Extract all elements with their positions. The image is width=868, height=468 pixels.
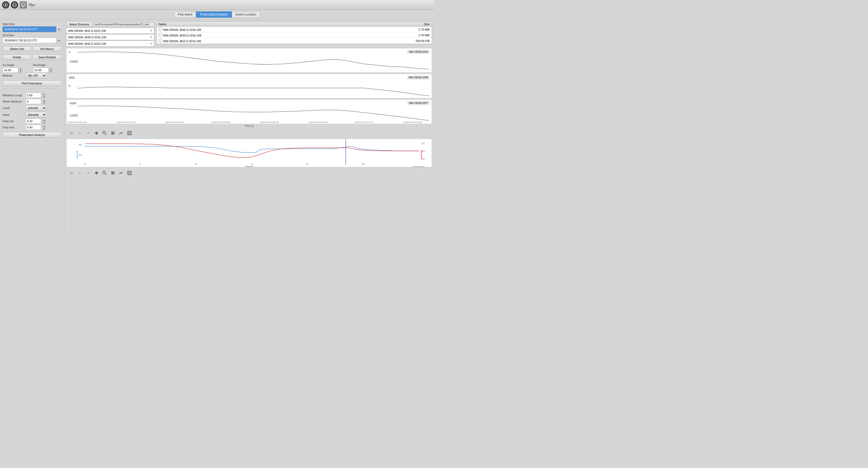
file-remove-0[interactable]: ✕ [150,29,153,33]
tab-pick-event[interactable]: Pick event [174,11,196,18]
line-btn-1[interactable] [118,129,125,137]
waveform-icon[interactable] [29,1,36,8]
inc-angle-down[interactable]: ▼ [19,70,22,73]
value-select[interactable]: planarity rectilinearity azimuth [26,112,46,118]
start-time-stepper[interactable]: ▼ [57,26,61,32]
svg-text:−5000: −5000 [69,102,76,105]
nv-down[interactable]: ▼ [42,101,46,104]
save-rotated-button[interactable]: Save Rotated [33,55,62,60]
station-info-button[interactable]: Station Info [3,46,32,52]
zoom-btn-1[interactable] [101,129,108,137]
start-time-section: Start time ▼ [3,23,61,32]
svg-text:planarity: planarity [420,150,423,159]
fmin-up[interactable]: ▲ [42,119,46,121]
file-row-size-2: 504.00 KiB [355,38,432,44]
svg-text:16/04/17/00:10:09.984: 16/04/17/00:10:09.984 [309,121,328,123]
tab-polarization-analysis[interactable]: PolarizationAnalysis [196,11,231,18]
svg-rect-58 [128,171,130,173]
forward-btn-2[interactable]: → [85,169,92,177]
freq-max-stepper[interactable]: ▲ ▼ [42,125,46,130]
method-label: Method [3,74,25,77]
svg-rect-31 [128,131,130,132]
file-checkbox-0[interactable] [159,27,162,31]
fmin-down[interactable]: ▼ [42,121,46,124]
rot-macro-button[interactable]: Rot Macro [33,46,62,52]
wl-down[interactable]: ▼ [42,95,46,98]
inc-angle-input[interactable] [3,68,18,73]
svg-rect-5 [22,3,25,6]
back-btn-1[interactable]: ← [76,129,83,137]
waveform-label-bhz: WM.OBS06.BHZ [407,50,430,54]
save-btn-2[interactable] [126,169,133,177]
end-time-input[interactable] [3,37,56,43]
wl-up[interactable]: ▲ [42,93,46,95]
method-select[interactable]: NE->RT RT->NE ZNE->LQT [26,73,46,79]
end-time-row: ▼ [3,37,61,43]
polarization-analysis-button[interactable]: Polarization Analysis [3,132,61,138]
noise-variance-input[interactable] [26,99,41,104]
top-toolbar [0,0,434,10]
rot-angle-input[interactable] [33,68,49,73]
rot-angle-stepper[interactable]: ▲ ▼ [49,68,53,73]
rotate-button[interactable]: Rotate [3,55,32,60]
file-table: Name Size WM.OBS06..BHE.D.2016.108 2.79 … [156,22,432,44]
fmax-down[interactable]: ▼ [42,127,46,130]
plot-polarization-button[interactable]: Plot Polarization [3,81,61,86]
rot-angle-down[interactable]: ▼ [49,70,53,73]
settings-btn-1[interactable] [109,129,117,137]
windows-length-stepper[interactable]: ▲ ▼ [42,93,46,98]
home-btn-1[interactable]: ⌂ [68,129,75,137]
file-checkbox-2[interactable] [159,39,162,42]
globe-icon[interactable] [11,1,18,8]
svg-text:200: 200 [78,154,82,156]
nv-up[interactable]: ▲ [42,99,46,101]
move-btn-1[interactable]: ✥ [93,129,100,137]
table-row[interactable]: WM.OBS06..BHZ.D.2016.108 504.00 KiB [157,38,432,44]
fmax-up[interactable]: ▲ [42,125,46,127]
freq-min-stepper[interactable]: ▲ ▼ [42,119,46,124]
svg-text:10: 10 [362,163,364,165]
select-dir-button[interactable]: Select Directory [66,22,92,27]
home-btn-2[interactable]: ⌂ [68,169,75,177]
forward-btn-1[interactable]: → [85,129,92,137]
tab-bar: Pick event PolarizationAnalysis Event Lo… [0,10,434,20]
svg-text:16/04/17/00:10:01.344: 16/04/17/00:10:01.344 [68,121,87,123]
rot-angle-up[interactable]: ▲ [49,68,53,70]
end-time-stepper[interactable]: ▼ [57,37,61,43]
move-btn-2[interactable]: ✥ [93,169,100,177]
file-checkbox-1[interactable] [159,33,162,36]
back-btn-2[interactable]: ← [76,169,83,177]
waveform-svg-bhz: 0 −20000 [67,49,432,73]
settings-btn-2[interactable] [109,169,117,177]
svg-text:16/04/17/00:10:04.800: 16/04/17/00:10:04.800 [165,121,184,123]
svg-point-29 [112,133,113,134]
freq-max-input[interactable] [26,125,41,130]
save-btn-1[interactable] [126,129,133,137]
monitor-icon[interactable] [20,1,27,8]
file-item-name-1: WM.OBS06..BHN.D.2016.108 [68,36,106,39]
svg-text:0: 0 [69,51,70,54]
freq-min-input[interactable] [26,119,41,124]
start-time-input[interactable] [3,26,56,32]
svg-text:2: 2 [140,163,141,165]
zoom-btn-2[interactable] [101,169,108,177]
inc-angle-stepper[interactable]: ▲ ▼ [19,68,22,73]
file-remove-1[interactable]: ✕ [150,35,153,39]
svg-text:−10000: −10000 [69,114,78,117]
y-axis-select[interactable]: azimuth incidence rectilinearity [26,105,46,111]
noise-variance-stepper[interactable]: ▲ ▼ [42,99,46,104]
app-icon-circle[interactable] [2,1,9,8]
chart-toolbar-1: ⌂ ← → ✥ [66,128,432,138]
windows-length-input[interactable] [26,93,41,98]
table-row[interactable]: WM.OBS06..BHE.D.2016.108 2.79 MiB [157,27,432,32]
line-btn-2[interactable] [118,169,125,177]
waveform-svg-bhr: 5000 0 [67,74,432,98]
file-remove-2[interactable]: ✕ [150,42,153,45]
waveform-label-bhr: WM.OBS06.BHR [407,75,430,80]
inc-angle-up[interactable]: ▲ [19,68,22,70]
charts-section: 0 −20000 WM.OBS06.BHZ 5000 0 WM.OBS06.BH… [66,48,432,233]
tab-event-location[interactable]: Event Location [232,11,260,18]
svg-rect-59 [128,173,130,175]
rot-angle-col: Rot Angle ▲ ▼ [33,63,62,73]
table-row[interactable]: WM.OBS06..BHN.D.2016.108 2.79 MiB [157,32,432,38]
